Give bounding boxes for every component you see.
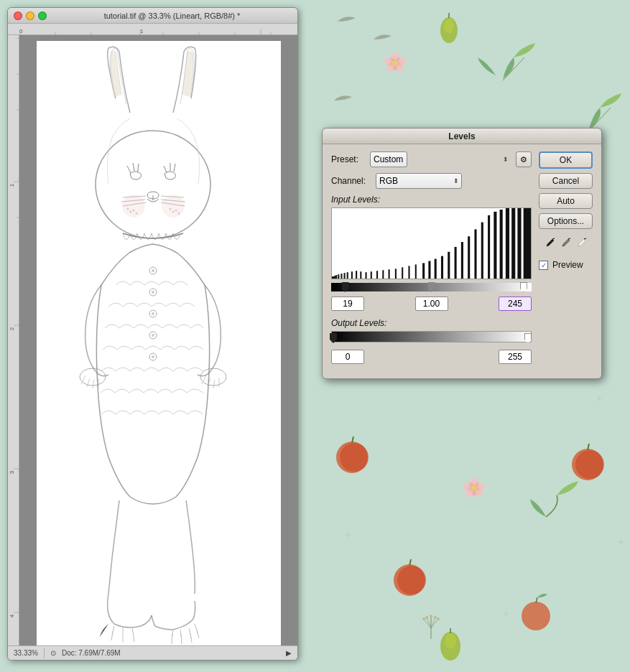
svg-rect-120 [344,273,346,279]
svg-rect-133 [415,264,417,279]
dialog-right: OK Cancel Auto Options... [539,151,593,370]
svg-line-8 [409,559,411,566]
svg-line-2 [352,437,353,443]
svg-rect-132 [408,266,409,279]
photoshop-window: tutorial.tif @ 33.3% (Lineart, RGB/8#) *… [7,7,298,661]
svg-rect-150 [524,208,531,279]
output-values-row [331,350,532,364]
options-button[interactable]: Options... [539,213,593,229]
output-gradient-track[interactable] [331,331,532,345]
svg-point-99 [152,312,154,315]
histogram-container [331,207,532,279]
eyedropper-row [539,236,593,253]
svg-point-95 [152,269,154,272]
ruler-area: 0 1 [8,24,297,645]
svg-point-23 [471,477,478,485]
svg-text:+: + [345,529,351,541]
svg-point-27 [476,490,483,497]
svg-rect-145 [494,212,496,279]
svg-rect-129 [389,269,390,279]
preset-options-btn[interactable]: ⚙ [516,151,532,167]
svg-line-5 [588,444,589,450]
gray-eyedropper-btn[interactable] [560,236,573,253]
svg-text:2: 2 [9,327,15,330]
svg-point-12 [440,632,460,661]
output-black-value[interactable] [331,350,364,364]
preset-label: Preset: [331,154,366,164]
black-eyedropper-btn[interactable] [544,236,557,253]
ps-titlebar: tutorial.tif @ 33.3% (Lineart, RGB/8#) * [8,8,297,24]
ruler-left: 1 2 3 4 [8,35,19,645]
svg-rect-118 [338,274,339,279]
svg-rect-131 [402,267,403,279]
svg-line-44 [431,619,438,628]
svg-rect-138 [448,252,450,279]
preview-label: Preview [552,260,583,270]
maximize-button[interactable] [38,11,47,20]
svg-rect-140 [461,242,463,279]
svg-rect-148 [511,208,515,279]
svg-point-48 [437,617,440,620]
svg-point-91 [172,211,174,213]
close-button[interactable] [14,11,22,20]
input-mid-value[interactable] [415,297,448,311]
svg-point-103 [152,355,154,358]
svg-point-93 [177,213,180,215]
svg-point-4 [575,450,604,479]
channel-select[interactable]: RGB [376,173,462,189]
auto-button[interactable]: Auto [539,193,593,209]
output-white-value[interactable] [499,350,532,364]
zoom-level: 33.33% [14,649,38,657]
input-slider-track[interactable] [331,282,532,292]
preview-checkbox[interactable]: ✓ [539,261,548,270]
cancel-button[interactable]: Cancel [539,173,593,189]
svg-point-26 [465,490,473,497]
svg-rect-143 [481,223,483,279]
doc-info-icon: ⊙ [50,649,56,657]
output-levels-label: Output Levels: [331,318,532,328]
preset-row: Preset: Custom ⬍ ⚙ [331,151,532,167]
preview-row: ✓ Preview [539,260,593,270]
nav-arrow[interactable]: ▶ [286,649,292,657]
preset-select-arrow: ⬍ [503,156,509,163]
dialog-titlebar: Levels [323,129,601,144]
svg-text:+: + [503,608,509,620]
channel-select-wrapper: RGB ⬍ [376,173,462,189]
svg-rect-142 [474,229,476,279]
svg-point-101 [152,334,154,337]
svg-line-153 [584,238,586,239]
svg-point-51 [430,615,432,617]
svg-rect-128 [382,270,384,279]
minimize-button[interactable] [26,11,34,20]
ps-title-text: tutorial.tif @ 33.3% (Lineart, RGB/8#) * [52,11,292,20]
canvas-area[interactable] [19,35,297,645]
svg-point-88 [132,210,134,212]
input-black-value[interactable] [331,297,364,311]
svg-rect-139 [455,247,457,279]
svg-rect-122 [351,271,353,279]
svg-rect-130 [395,269,397,279]
svg-text:+: + [596,393,602,404]
ruler-top: 0 1 [8,24,297,35]
svg-point-10 [444,19,454,33]
svg-point-52 [522,602,550,630]
channel-row: Channel: RGB ⬍ [331,173,532,189]
ok-button[interactable]: OK [539,151,593,169]
svg-rect-134 [422,263,425,279]
input-white-value[interactable] [499,297,532,311]
preset-select[interactable]: Custom [370,151,407,167]
svg-line-151 [552,238,555,239]
white-eyedropper-btn[interactable] [575,236,588,253]
svg-text:3: 3 [9,470,15,474]
svg-rect-119 [341,274,342,279]
svg-point-16 [392,52,399,60]
svg-point-49 [425,616,428,619]
svg-rect-147 [506,208,509,279]
svg-rect-149 [517,208,521,279]
svg-line-29 [503,57,524,80]
svg-point-19 [386,65,394,72]
svg-point-89 [135,213,137,215]
svg-rect-135 [428,261,430,279]
svg-point-84 [122,195,145,218]
svg-rect-124 [360,271,361,279]
